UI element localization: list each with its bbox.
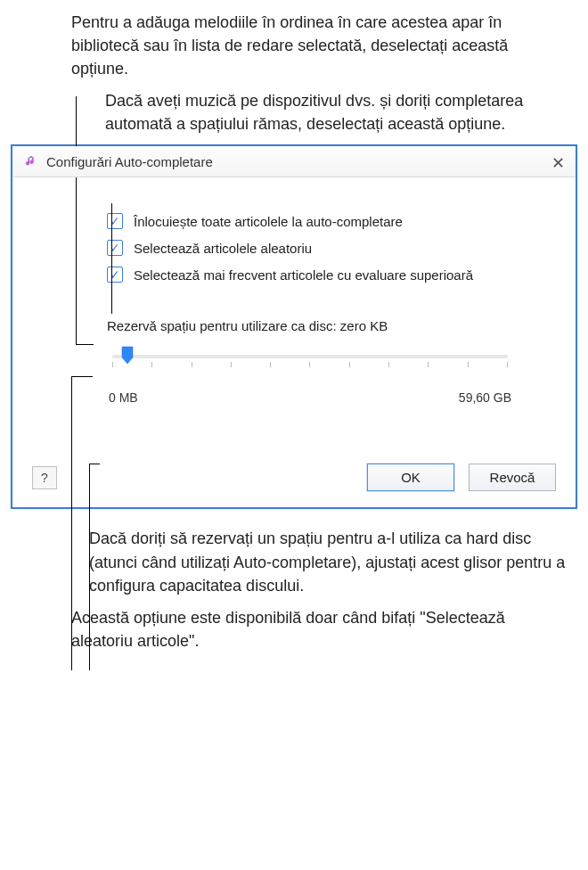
checkbox-replace[interactable]: ✓ bbox=[107, 213, 123, 229]
option-higher-row: ✓ Selectează mai frecvent articolele cu … bbox=[107, 267, 549, 283]
leader-line bbox=[89, 464, 100, 464]
slider-labels: 0 MB 59,60 GB bbox=[107, 390, 513, 405]
window-title: Configurări Auto-completare bbox=[46, 154, 213, 169]
option-random-label: Selectează articolele aleatoriu bbox=[134, 241, 312, 256]
settings-window: Configurări Auto-completare ✕ ✓ Înlocuie… bbox=[11, 144, 577, 509]
slider-thumb[interactable] bbox=[121, 346, 134, 365]
help-button[interactable]: ? bbox=[32, 466, 57, 489]
option-higher-label: Selectează mai frecvent articolele cu ev… bbox=[134, 267, 473, 283]
option-replace-label: Înlocuiește toate articolele la auto-com… bbox=[134, 214, 403, 229]
checkbox-random[interactable]: ✓ bbox=[107, 240, 123, 256]
leader-line bbox=[76, 96, 77, 344]
callout-higher-rating: Această opțiune este disponibilă doar câ… bbox=[71, 606, 568, 652]
window-content: ✓ Înlocuiește toate articolele la auto-c… bbox=[12, 177, 576, 449]
leader-line bbox=[71, 376, 93, 377]
callout-slider: Dacă doriți să rezervați un spațiu pentr… bbox=[89, 527, 568, 596]
ok-button[interactable]: OK bbox=[367, 464, 454, 491]
reserve-space-slider[interactable] bbox=[112, 348, 508, 374]
slider-min-label: 0 MB bbox=[109, 390, 138, 405]
leader-line bbox=[76, 344, 94, 345]
checkbox-higher-rated[interactable]: ✓ bbox=[107, 267, 123, 283]
window-footer: ? OK Revocă bbox=[12, 449, 576, 507]
music-icon bbox=[23, 153, 39, 169]
callout-replace-items: Dacă aveți muzică pe dispozitivul dvs. ș… bbox=[105, 89, 568, 135]
reserve-space-caption: Rezervă spațiu pentru utilizare ca disc:… bbox=[107, 318, 513, 333]
close-icon[interactable]: ✕ bbox=[551, 153, 565, 173]
leader-line bbox=[89, 464, 90, 670]
leader-line bbox=[71, 376, 72, 670]
titlebar: Configurări Auto-completare ✕ bbox=[12, 146, 576, 177]
callout-random-order: Pentru a adăuga melodiile în ordinea în … bbox=[71, 11, 568, 80]
option-replace-row: ✓ Înlocuiește toate articolele la auto-c… bbox=[107, 213, 549, 229]
option-random-row: ✓ Selectează articolele aleatoriu bbox=[107, 240, 549, 256]
slider-max-label: 59,60 GB bbox=[459, 390, 511, 405]
leader-line bbox=[111, 203, 112, 314]
slider-ticks bbox=[112, 362, 508, 369]
slider-track-line bbox=[112, 355, 508, 358]
reserve-space-section: Rezervă spațiu pentru utilizare ca disc:… bbox=[107, 318, 513, 405]
cancel-button[interactable]: Revocă bbox=[469, 464, 556, 491]
